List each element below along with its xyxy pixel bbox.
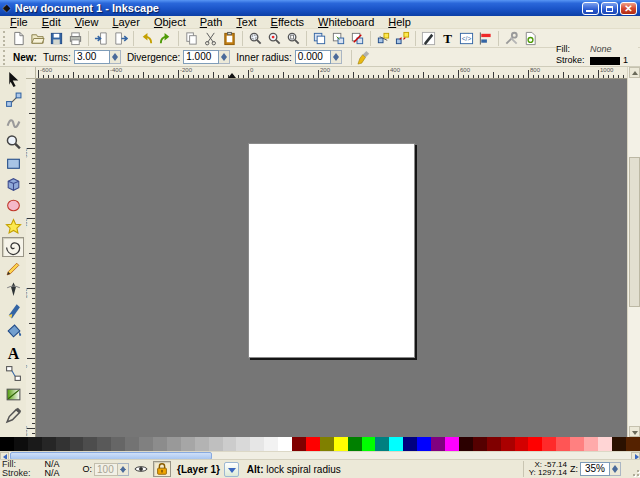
palette-swatch[interactable]: [209, 437, 223, 451]
close-button[interactable]: ✕: [620, 2, 637, 15]
palette-swatch[interactable]: [70, 437, 84, 451]
layer-visibility-button[interactable]: [132, 461, 150, 477]
copy-button[interactable]: [182, 30, 201, 47]
palette-swatch[interactable]: [515, 437, 529, 451]
box3d-tool-button[interactable]: [2, 174, 24, 194]
export-button[interactable]: [111, 30, 130, 47]
palette-swatch[interactable]: [542, 437, 556, 451]
scroll-down-icon[interactable]: [629, 426, 640, 437]
spin-down-icon[interactable]: [610, 469, 620, 475]
palette-swatch[interactable]: [278, 437, 292, 451]
palette-swatch[interactable]: [223, 437, 237, 451]
new-button[interactable]: [9, 30, 28, 47]
innerradius-spinbox[interactable]: 0.000: [295, 50, 342, 64]
palette-swatch[interactable]: [250, 437, 264, 451]
zoom-drawing-button[interactable]: [265, 30, 284, 47]
palette-swatch[interactable]: [459, 437, 473, 451]
opacity-value[interactable]: 100: [94, 463, 118, 476]
palette-swatch[interactable]: [598, 437, 612, 451]
open-button[interactable]: [28, 30, 47, 47]
text-tool-button[interactable]: A: [2, 342, 24, 362]
document-properties-button[interactable]: [521, 30, 540, 47]
stroke-color-swatch[interactable]: [590, 57, 620, 65]
connector-tool-button[interactable]: [2, 363, 24, 383]
opacity-spinbox[interactable]: 100: [94, 463, 129, 476]
menu-object[interactable]: Object: [147, 16, 193, 29]
palette-scrollbar[interactable]: [0, 451, 640, 459]
stroke-width-value[interactable]: 1: [623, 55, 628, 66]
palette-swatch[interactable]: [14, 437, 28, 451]
menu-whiteboard[interactable]: Whiteboard: [311, 16, 381, 29]
option-value[interactable]: 3.00: [74, 50, 110, 64]
menu-help[interactable]: Help: [381, 16, 418, 29]
palette-swatch[interactable]: [528, 437, 542, 451]
zoom-page-button[interactable]: [284, 30, 303, 47]
spinner[interactable]: [331, 50, 342, 64]
layer-dropdown-button[interactable]: [224, 462, 239, 477]
palette-swatch[interactable]: [431, 437, 445, 451]
palette-swatch[interactable]: [111, 437, 125, 451]
palette-swatch[interactable]: [362, 437, 376, 451]
palette-swatch[interactable]: [487, 437, 501, 451]
palette-swatch[interactable]: [236, 437, 250, 451]
option-value[interactable]: 1.000: [183, 50, 219, 64]
menu-edit[interactable]: Edit: [35, 16, 68, 29]
zoom-value[interactable]: 35%: [580, 462, 610, 476]
vertical-scrollbar[interactable]: [627, 67, 640, 437]
palette-swatch[interactable]: [42, 437, 56, 451]
fill-value[interactable]: None: [590, 44, 612, 55]
preferences-button[interactable]: [502, 30, 521, 47]
palette-swatch[interactable]: [556, 437, 570, 451]
pen-tool-button[interactable]: [2, 279, 24, 299]
palette-swatch[interactable]: [125, 437, 139, 451]
fill-stroke-dialog-button[interactable]: [419, 30, 438, 47]
canvas[interactable]: [36, 79, 627, 437]
palette-swatch[interactable]: [0, 437, 14, 451]
align-dialog-button[interactable]: [476, 30, 495, 47]
cut-button[interactable]: [201, 30, 220, 47]
palette-swatch[interactable]: [264, 437, 278, 451]
resize-grip[interactable]: [629, 461, 639, 477]
menu-effects[interactable]: Effects: [264, 16, 311, 29]
import-button[interactable]: [92, 30, 111, 47]
gradient-tool-button[interactable]: [2, 384, 24, 404]
vertical-scroll-thumb[interactable]: [629, 157, 640, 307]
tweak-tool-button[interactable]: [2, 111, 24, 131]
palette-swatch[interactable]: [473, 437, 487, 451]
palette-swatch[interactable]: [417, 437, 431, 451]
print-button[interactable]: [66, 30, 85, 47]
star-tool-button[interactable]: [2, 216, 24, 236]
palette-swatch[interactable]: [626, 437, 640, 451]
spin-down-icon[interactable]: [219, 57, 229, 63]
rectangle-tool-button[interactable]: [2, 153, 24, 173]
pencil-tool-button[interactable]: [2, 258, 24, 278]
palette-swatch[interactable]: [292, 437, 306, 451]
zoom-tool-button[interactable]: [2, 132, 24, 152]
palette-swatch[interactable]: [584, 437, 598, 451]
zoom-spinner[interactable]: [610, 462, 621, 476]
palette-swatch[interactable]: [348, 437, 362, 451]
turns-spinbox[interactable]: 3.00: [74, 50, 121, 64]
palette-swatch[interactable]: [320, 437, 334, 451]
palette-swatch[interactable]: [306, 437, 320, 451]
vertical-ruler[interactable]: 6004002000-200: [26, 79, 36, 437]
calligraphy-tool-button[interactable]: [2, 300, 24, 320]
spinner[interactable]: [219, 50, 230, 64]
palette-swatch[interactable]: [403, 437, 417, 451]
palette-swatch[interactable]: [334, 437, 348, 451]
titlebar[interactable]: ◆ New document 1 - Inkscape ✕: [0, 0, 640, 16]
ungroup-button[interactable]: [393, 30, 412, 47]
horizontal-ruler[interactable]: -600-400-20002004006008001000: [36, 67, 627, 79]
toolbar-grip[interactable]: [3, 31, 6, 46]
redo-button[interactable]: [156, 30, 175, 47]
group-button[interactable]: [374, 30, 393, 47]
palette-swatch[interactable]: [501, 437, 515, 451]
spin-down-icon[interactable]: [118, 469, 128, 475]
palette-swatch[interactable]: [83, 437, 97, 451]
palette-swatch[interactable]: [570, 437, 584, 451]
paint-bucket-tool-button[interactable]: [2, 321, 24, 341]
maximize-button[interactable]: [601, 2, 618, 15]
xml-editor-button[interactable]: </>: [457, 30, 476, 47]
palette-swatch[interactable]: [167, 437, 181, 451]
unlink-clone-button[interactable]: [348, 30, 367, 47]
